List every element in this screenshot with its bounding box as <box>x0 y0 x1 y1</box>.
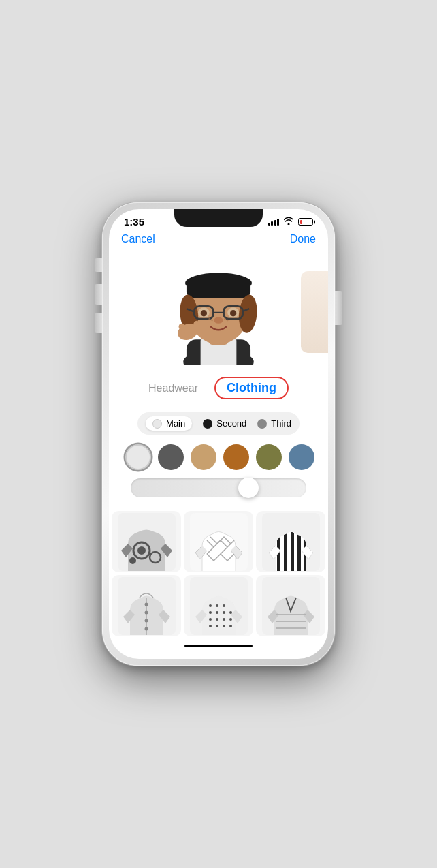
svg-point-21 <box>227 319 229 321</box>
signal-icon <box>268 219 280 226</box>
swatch-olive[interactable] <box>256 444 282 470</box>
tab-clothing[interactable]: Clothing <box>214 377 289 399</box>
svg-point-52 <box>216 625 218 627</box>
color-tab-second[interactable]: Second <box>203 418 246 429</box>
svg-point-56 <box>223 625 225 627</box>
clothing-item-2[interactable] <box>184 511 253 572</box>
clothing-item-1[interactable] <box>112 511 181 572</box>
svg-point-47 <box>209 618 212 621</box>
svg-rect-35 <box>291 532 294 571</box>
clothing-item-3[interactable] <box>256 511 325 572</box>
swatch-white[interactable] <box>125 444 151 470</box>
svg-point-22 <box>214 317 223 323</box>
svg-point-45 <box>209 604 212 607</box>
svg-point-40 <box>144 602 148 606</box>
svg-point-20 <box>224 317 226 320</box>
swatch-dark-gray[interactable] <box>158 444 184 470</box>
svg-rect-6 <box>187 278 250 297</box>
cancel-button[interactable]: Cancel <box>121 233 155 245</box>
third-dot <box>257 419 267 429</box>
color-tab-third[interactable]: Third <box>257 418 291 429</box>
svg-point-48 <box>209 625 212 627</box>
svg-point-30 <box>129 557 136 564</box>
done-button[interactable]: Done <box>290 233 316 245</box>
tab-headwear[interactable]: Headwear <box>148 382 198 394</box>
clothing-item-6[interactable] <box>256 575 325 636</box>
color-swatches <box>120 441 317 473</box>
adjacent-avatar <box>301 271 328 353</box>
clothing-grid <box>109 507 328 640</box>
svg-point-28 <box>137 546 146 555</box>
swatch-tan[interactable] <box>191 444 216 470</box>
category-tabs: Headwear Clothing <box>109 370 328 405</box>
svg-point-42 <box>144 619 148 622</box>
svg-point-55 <box>223 618 225 621</box>
main-dot <box>152 419 162 429</box>
clothing-item-5[interactable] <box>184 575 253 636</box>
svg-point-51 <box>216 618 218 621</box>
svg-point-58 <box>229 618 232 621</box>
svg-point-17 <box>230 310 236 316</box>
svg-point-19 <box>211 319 213 321</box>
home-indicator[interactable] <box>109 640 328 653</box>
swatch-blue[interactable] <box>289 444 314 470</box>
svg-point-16 <box>201 310 207 316</box>
svg-rect-36 <box>297 532 301 571</box>
volume-down-button[interactable] <box>95 313 102 333</box>
color-tab-main-label: Main <box>166 418 185 429</box>
clothing-item-4[interactable] <box>112 575 181 636</box>
notch <box>174 209 263 227</box>
nav-bar: Cancel Done <box>109 230 328 251</box>
svg-point-18 <box>208 317 210 320</box>
second-dot <box>203 419 212 429</box>
status-icons <box>268 217 314 226</box>
battery-icon <box>298 218 313 226</box>
svg-point-57 <box>229 611 232 614</box>
color-tabs: Main Second Third <box>137 412 300 435</box>
color-tab-main[interactable]: Main <box>146 416 192 431</box>
wifi-icon <box>284 217 293 226</box>
color-tab-third-label: Third <box>271 418 291 429</box>
slider-container <box>120 473 317 503</box>
avatar-area <box>109 251 328 370</box>
slider-thumb[interactable] <box>238 478 259 498</box>
svg-rect-34 <box>284 532 287 571</box>
color-tab-second-label: Second <box>216 418 246 429</box>
svg-point-46 <box>209 611 212 614</box>
svg-point-41 <box>144 610 148 614</box>
silent-button[interactable] <box>95 258 102 272</box>
memoji <box>161 253 276 369</box>
swatch-brown[interactable] <box>223 444 249 470</box>
svg-point-50 <box>216 611 218 614</box>
status-time: 1:35 <box>124 216 144 228</box>
svg-point-59 <box>229 625 232 627</box>
power-button[interactable] <box>335 291 342 325</box>
volume-up-button[interactable] <box>95 284 102 305</box>
svg-point-54 <box>223 611 225 614</box>
svg-point-49 <box>216 604 218 607</box>
slider-track[interactable] <box>131 478 306 497</box>
svg-point-43 <box>144 627 148 630</box>
color-selector-section: Main Second Third <box>109 405 328 507</box>
svg-point-53 <box>223 604 225 607</box>
home-bar <box>184 645 253 647</box>
